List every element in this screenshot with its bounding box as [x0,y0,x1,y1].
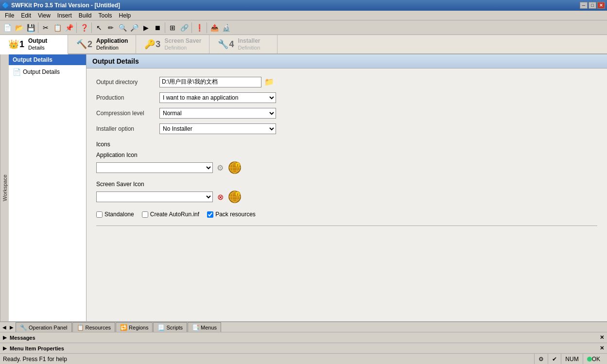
toolbar-search[interactable]: 🔍 [117,22,128,33]
toolbar-exclaim[interactable]: ❗ [194,22,205,33]
menu-view[interactable]: View [35,11,53,20]
toolbar-open[interactable]: 📂 [14,22,24,33]
step3-text: Screen Saver Definition [164,37,201,51]
minimize-button[interactable]: ─ [580,2,588,9]
left-panel: Output Details 📄 Output Details [9,54,87,321]
toolbar-new[interactable]: 📄 [2,22,13,33]
screen-saver-icon-select[interactable] [96,191,213,202]
toolbar-cut[interactable]: ✂ [40,22,51,33]
pack-resources-checkbox[interactable] [207,211,213,218]
menu-tools[interactable]: Tools [96,11,115,20]
step-installer: 🔧 4 Installer Definition [209,35,277,53]
app-icon-select[interactable] [96,162,213,173]
production-label: Production [96,94,159,101]
tabs-nav-left[interactable]: ◀ [1,324,8,331]
toolbar-link[interactable]: 🔗 [179,22,190,33]
browse-folder-button[interactable]: 📁 [263,76,275,87]
toolbar-paste[interactable]: 📌 [64,22,74,33]
left-panel-header: Output Details [9,54,86,65]
left-panel-tree: 📄 Output Details [9,65,86,79]
tab-resources[interactable]: 📋 Resources [72,322,116,332]
step-app-definition[interactable]: 🔨 2 Application Definition [68,35,136,53]
menu-item-props-label: Menu Item Properties [10,346,64,351]
tabs-nav-right[interactable]: ▶ [8,324,15,331]
tree-item-label: Output Details [23,69,60,75]
toolbar-copy[interactable]: 📋 [52,22,63,33]
title-bar-left: 🔷 SWFKit Pro 3.5 Trial Version - [Untitl… [2,2,120,9]
toolbar-sep-1 [38,22,38,33]
menu-item-properties-panel: ▶ Menu Item Properties ✕ [0,343,607,353]
tab-scripts[interactable]: 📃 Scripts [153,322,187,332]
installer-row: Installer option No Installer Create Ins… [96,123,597,134]
messages-close[interactable]: ✕ [600,334,604,341]
tab-resources-icon: 📋 [77,324,84,331]
toolbar-save[interactable]: 💾 [25,22,36,33]
standalone-checkbox-label[interactable]: Standalone [96,211,134,218]
menu-insert[interactable]: Insert [54,11,75,20]
status-text: Ready. Press F1 for help [3,356,534,363]
menu-item-props-arrow[interactable]: ▶ [3,346,7,351]
status-settings: ⚙ [534,354,548,364]
title-bar-controls: ─ □ ✕ [580,2,605,9]
step4-num: 4 [229,39,234,50]
compression-select[interactable]: None Fast Normal Maximum [159,108,276,119]
menu-edit[interactable]: Edit [18,11,34,20]
output-dir-input[interactable] [159,77,261,87]
toolbar-pen[interactable]: ✏ [105,22,116,33]
pack-resources-checkbox-label[interactable]: Pack resources [207,211,256,218]
toolbar-sep-4 [165,22,165,33]
messages-label: Messages [10,335,35,341]
toolbar-stop[interactable]: ⏹ [152,22,163,33]
toolbar-sep-6 [207,22,207,33]
tab-scripts-icon: 📃 [157,324,165,331]
tab-regions-label: Regions [129,325,148,330]
maximize-button[interactable]: □ [589,2,596,9]
menu-item-props-close[interactable]: ✕ [600,345,604,351]
workspace-tab[interactable]: Workspace [0,54,9,321]
autorun-checkbox-label[interactable]: Create AutoRun.inf [142,211,199,218]
toolbar: 📄 📂 💾 ✂ 📋 📌 ❓ ↖ ✏ 🔍 🔎 ▶ ⏹ ⊞ 🔗 ❗ 📤 🔬 [0,20,607,35]
output-dir-row: Output directory 📁 [96,76,597,87]
tab-operation-panel[interactable]: 🔧 Operation Panel [16,322,72,332]
screen-saver-icon-settings-button[interactable]: ⊗ [215,191,225,202]
menu-help[interactable]: Help [116,11,134,20]
screen-saver-swf-button[interactable]: f [227,190,242,204]
standalone-checkbox[interactable] [96,211,103,218]
checkboxes-row: Standalone Create AutoRun.inf Pack resou… [96,211,597,218]
steps-bar: 👑 1 Output Details 🔨 2 Application Defin… [0,35,607,54]
production-select[interactable]: I want to make an application I want to … [159,92,276,103]
installer-select[interactable]: No Installer Create Installer Create Sel… [159,123,276,134]
output-dir-label: Output directory [96,79,159,86]
step4-icon: 🔧 [217,38,229,50]
step3-num: 3 [156,39,160,50]
messages-panel: ▶ Messages ✕ [0,332,607,343]
tab-resources-label: Resources [86,325,111,330]
ok-label: OK [592,356,600,363]
menu-file[interactable]: File [2,11,17,20]
menu-build[interactable]: Build [76,11,95,20]
app-swf-globe-icon: f [228,161,242,174]
app-icon-swf-button[interactable]: f [227,160,242,175]
status-bar: Ready. Press F1 for help ⚙ ✔ NUM OK [0,353,607,364]
tab-regions[interactable]: 🔁 Regions [116,322,153,332]
toolbar-find[interactable]: 🔎 [129,22,139,33]
autorun-checkbox[interactable] [142,211,148,218]
step1-text: Output Details [28,37,47,51]
tree-item-output-details[interactable]: 📄 Output Details [11,67,84,77]
toolbar-play[interactable]: ▶ [140,22,151,33]
app-icon-settings-button[interactable]: ⚙ [215,162,225,173]
toolbar-help[interactable]: ❓ [79,22,89,33]
tab-operation-panel-label: Operation Panel [29,325,68,330]
toolbar-magnify[interactable]: 🔬 [221,22,231,33]
toolbar-sep-5 [191,22,192,33]
toolbar-select[interactable]: ↖ [94,22,104,33]
messages-arrow[interactable]: ▶ [3,335,7,340]
toolbar-export[interactable]: 📤 [209,22,220,33]
toolbar-grid[interactable]: ⊞ [167,22,178,33]
close-button[interactable]: ✕ [597,2,605,9]
tab-menus[interactable]: 📑 Menus [188,322,221,332]
content-area: Output Details Output directory 📁 Produc… [87,54,607,321]
output-dir-controls: 📁 [159,76,275,87]
step2-text: Application Definition [96,37,128,51]
step-output-details[interactable]: 👑 1 Output Details [0,35,68,54]
